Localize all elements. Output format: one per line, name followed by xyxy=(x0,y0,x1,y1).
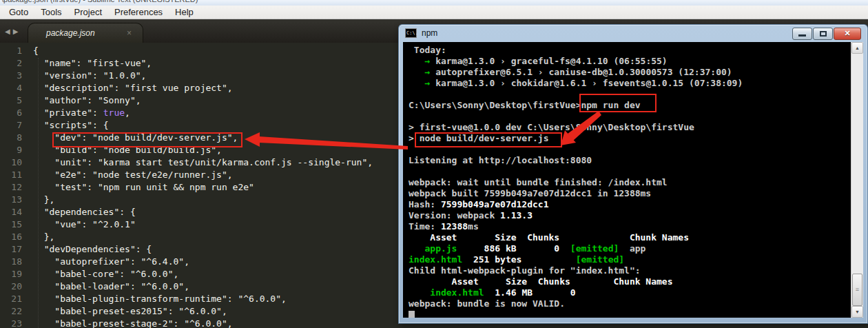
terminal-line: Time: 12388ms xyxy=(409,221,851,232)
code-text: "dependencies": { xyxy=(33,206,136,218)
line-number: 3 xyxy=(0,70,22,82)
tab-package-json[interactable]: package.json × xyxy=(28,23,143,43)
line-number: 22 xyxy=(0,305,22,318)
code-text: "description": "first vue project", xyxy=(33,82,233,94)
maximize-button[interactable] xyxy=(813,28,833,40)
terminal-line: > first-vue@1.0.0 dev C:\Users\Sonny\Des… xyxy=(409,122,851,133)
line-number: 19 xyxy=(0,268,22,280)
line-number: 15 xyxy=(0,218,22,231)
line-number: 17 xyxy=(0,243,22,256)
code-text: "babel-core": "^6.0.0", xyxy=(33,268,178,280)
menu-item-tools[interactable]: Tools xyxy=(34,6,68,19)
minimize-icon xyxy=(798,34,806,37)
scroll-down-icon[interactable]: ▼ xyxy=(851,306,863,318)
line-number: 20 xyxy=(0,280,22,293)
code-text: "babel-preset-es2015": "^6.0.0", xyxy=(33,305,227,318)
line-number: 12 xyxy=(0,181,22,194)
line-number: 16 xyxy=(0,231,22,243)
line-number: 4 xyxy=(0,82,22,94)
terminal-line xyxy=(409,89,851,100)
cmd-prompt-icon: C:\. xyxy=(405,28,417,38)
scrollbar-thumb[interactable]: ≡ xyxy=(852,274,862,306)
code-text: }, xyxy=(33,231,54,243)
line-number: 13 xyxy=(0,194,22,206)
terminal-scrollbar[interactable]: ▲ ≡ ▼ xyxy=(851,42,863,318)
terminal-line: Asset Size Chunks Chunk Names xyxy=(409,232,851,243)
code-text: "e2e": "node test/e2e/runner.js", xyxy=(33,169,233,181)
terminal-line xyxy=(409,111,851,122)
tab-close-icon[interactable]: × xyxy=(127,28,132,38)
terminal-line: → autoprefixer@6.5.1 › caniuse-db@1.0.30… xyxy=(409,67,851,78)
line-number: 6 xyxy=(0,107,22,119)
code-text: { xyxy=(33,45,39,57)
code-text: "vue": "^2.0.1" xyxy=(33,218,136,231)
line-number: 14 xyxy=(0,206,22,218)
terminal-line xyxy=(409,309,851,318)
menu-bar: GotoToolsProjectPreferencesHelp xyxy=(0,6,868,19)
terminal-line: webpack built 7599b049a7e07d12dcc1 in 12… xyxy=(409,188,851,199)
code-text: "babel-loader": "^6.0.0", xyxy=(33,280,189,293)
indent-guide xyxy=(38,58,39,328)
terminal-line: > node build/dev-server.js xyxy=(409,133,851,144)
screenshot-stage: \package.json (firstVue) - Sublime Text … xyxy=(0,0,868,328)
terminal-body[interactable]: Today: → karma@1.3.0 › graceful-fs@4.1.1… xyxy=(403,42,863,318)
line-number: 11 xyxy=(0,169,22,181)
terminal-line: C:\Users\Sonny\Desktop\firstVue>npm run … xyxy=(409,100,851,111)
terminal-line: index.html 1.46 MB 0 xyxy=(409,287,851,298)
terminal-line: webpack: bundle is now VALID. xyxy=(409,298,851,309)
tab-label: package.json xyxy=(46,28,95,38)
menu-item-goto[interactable]: Goto xyxy=(3,6,34,19)
terminal-line: Hash: 7599b049a7e07d12dcc1 xyxy=(409,199,851,210)
code-text: "unit": "karma start test/unit/karma.con… xyxy=(33,156,373,169)
terminal-titlebar[interactable]: C:\. npm ✕ xyxy=(399,25,867,42)
line-number: 2 xyxy=(0,57,22,70)
line-number: 8 xyxy=(0,132,22,144)
menu-item-project[interactable]: Project xyxy=(68,6,108,19)
code-text: }, xyxy=(33,194,54,206)
code-text: "author": "Sonny", xyxy=(33,94,141,107)
line-number: 10 xyxy=(0,156,22,169)
code-text: "name": "first-vue", xyxy=(33,57,152,70)
terminal-line: → karma@1.3.0 › graceful-fs@4.1.10 (06:5… xyxy=(409,56,851,67)
scroll-up-icon[interactable]: ▲ xyxy=(851,42,863,54)
terminal-line: webpack: wait until bundle finished: /in… xyxy=(409,177,851,188)
terminal-line xyxy=(409,166,851,177)
terminal-line: index.html 251 bytes [emitted] xyxy=(409,254,851,265)
minimize-button[interactable] xyxy=(792,28,812,40)
line-number: 5 xyxy=(0,94,22,107)
code-text: "babel-plugin-transform-runtime": "^6.0.… xyxy=(33,293,287,305)
line-number: 18 xyxy=(0,256,22,268)
terminal-window-title: npm xyxy=(422,28,437,38)
terminal-line: app.js 886 kB 0 [emitted] app xyxy=(409,243,851,254)
terminal-line: Today: xyxy=(409,45,851,56)
code-text: "autoprefixer": "^6.4.0", xyxy=(33,256,189,268)
maximize-icon xyxy=(820,31,827,37)
code-text: "dev": "node build/dev-server.js", xyxy=(33,132,238,144)
terminal-line: Child html-webpack-plugin for "index.htm… xyxy=(409,265,851,276)
npm-terminal-window[interactable]: C:\. npm ✕ Today: → karma@1.3.0 › gracef… xyxy=(398,24,868,324)
line-number: 1 xyxy=(0,45,22,57)
sublime-title-text: \package.json (firstVue) - Sublime Text … xyxy=(1,0,868,3)
tab-nav-right-icon[interactable]: ▶ xyxy=(13,28,21,35)
terminal-cursor xyxy=(409,311,415,318)
line-number: 7 xyxy=(0,119,22,132)
line-number: 21 xyxy=(0,293,22,305)
terminal-line: Listening at http://localhost:8080 xyxy=(409,155,851,166)
terminal-line xyxy=(409,144,851,155)
terminal-output: Today: → karma@1.3.0 › graceful-fs@4.1.1… xyxy=(403,42,851,318)
close-button[interactable]: ✕ xyxy=(834,28,861,40)
menu-item-preferences[interactable]: Preferences xyxy=(108,6,169,19)
line-number: 23 xyxy=(0,318,22,328)
code-text: "version": "1.0.0", xyxy=(33,70,146,82)
code-text: "devDependencies": { xyxy=(33,243,152,256)
code-text: "scripts": { xyxy=(33,119,109,132)
code-text: "private": true, xyxy=(33,107,130,119)
close-icon: ✕ xyxy=(834,29,860,38)
code-text: "test": "npm run unit && npm run e2e" xyxy=(33,181,254,194)
code-text: "babel-preset-stage-2": "^6.0.0", xyxy=(33,318,233,328)
tab-nav-arrows[interactable]: ◀▶ xyxy=(5,28,21,35)
menu-item-help[interactable]: Help xyxy=(169,6,200,19)
tab-nav-left-icon[interactable]: ◀ xyxy=(5,28,13,35)
terminal-line: Version: webpack 1.13.3 xyxy=(409,210,851,221)
terminal-line: → karma@1.3.0 › chokidar@1.6.1 › fsevent… xyxy=(409,78,851,89)
